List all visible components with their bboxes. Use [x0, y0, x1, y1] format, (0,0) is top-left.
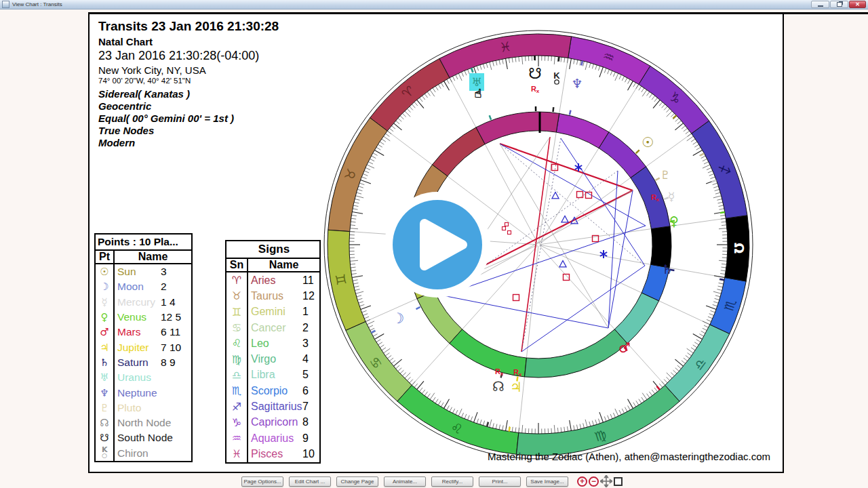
trine-aspect-icon [552, 192, 559, 199]
signs-table-header: Sn Name [226, 259, 319, 272]
leo-glyph-icon: ♌ [226, 336, 248, 351]
signs-row-scorpio: ♏Scorpio6 [226, 383, 319, 399]
fit-view-button[interactable] [614, 477, 623, 486]
wheel-inner-sign-virgo [525, 329, 628, 378]
wheel-planet-moon[interactable]: ☽ [392, 310, 405, 327]
square-aspect-icon [505, 223, 509, 226]
restore-icon [837, 2, 842, 7]
signs-row-aries: ♈Aries11 [226, 272, 319, 288]
points-name-label: Mercury [117, 296, 161, 308]
aries-glyph-icon: ♈ [226, 272, 248, 288]
cancer-glyph-icon: ♋ [226, 320, 248, 336]
wheel-planet-pluto[interactable]: ♇ [660, 168, 670, 182]
square-aspect-icon [508, 231, 511, 235]
wheel-planet-sun[interactable]: ☉ [642, 134, 654, 150]
save-image-button[interactable]: Save Image... [526, 476, 568, 487]
signs-table-title: Signs [226, 241, 319, 259]
signs-number: 5 [302, 369, 309, 381]
wheel-planet-north-node[interactable]: ☊ [492, 378, 505, 394]
venus-glyph-icon: ♀ [96, 310, 115, 325]
points-row-neptune: ♆Neptune [96, 385, 191, 400]
points-name-label: Venus [117, 311, 161, 323]
page-options-button[interactable]: Page Options... [241, 476, 283, 487]
svg-text:x: x [656, 197, 660, 203]
print-button[interactable]: Print... [479, 476, 521, 487]
signs-table: Signs Sn Name ♈Aries11♉Taurus12♊Gemini1♋… [225, 240, 321, 464]
house-cusp-line [519, 246, 538, 432]
animate-button[interactable]: Animate... [384, 476, 426, 487]
signs-row-capricorn: ♑Capricorn8 [226, 415, 319, 430]
signs-number: 4 [302, 353, 309, 365]
uranus-glyph-icon: ♅ [96, 370, 115, 385]
taurus-glyph-icon: ♉ [226, 288, 248, 304]
window-app-icon [2, 1, 9, 8]
restore-button[interactable] [830, 1, 848, 8]
points-row-south-node: ☋South Node [96, 430, 191, 445]
points-number: 8 9 [161, 357, 176, 369]
points-table-header: Pt Name [96, 251, 191, 264]
wheel-inner-sign-aries [432, 127, 485, 176]
signs-number: 10 [302, 448, 315, 460]
pluto-glyph-icon: ♇ [96, 401, 115, 415]
signs-col-sn: Sn [226, 259, 248, 271]
points-name-label: Jupiter [117, 342, 161, 354]
points-row-saturn: ♄Saturn8 9 [96, 355, 191, 370]
signs-name-label: Virgo [251, 353, 302, 365]
points-name-label: Mars [117, 326, 161, 338]
page-top-border [88, 12, 868, 14]
points-row-uranus: ♅Uranus [96, 370, 191, 385]
points-row-moon: ☽Moon2 [96, 279, 191, 294]
trine-aspect-icon [559, 261, 566, 267]
window-title-bar: View Chart : Transits [0, 0, 868, 9]
gemini-glyph-icon: ♊ [226, 304, 248, 320]
signs-number: 1 [302, 306, 309, 318]
pan-button[interactable] [600, 475, 612, 487]
wheel-planet-jupiter[interactable]: ♃ [510, 379, 522, 395]
house-cusp-line [540, 245, 710, 325]
south-node-glyph-icon: ☋ [96, 430, 115, 445]
signs-number: 11 [302, 274, 314, 287]
points-table: Points : 10 Pla... Pt Name ☉Sun3☽Moon2☿M… [94, 233, 193, 462]
virgo-glyph-icon: ♍ [226, 351, 248, 367]
points-name-label: Neptune [117, 387, 161, 399]
north-node-glyph-icon: ☊ [96, 415, 115, 430]
points-name-label: Moon [117, 281, 161, 293]
signs-number: 8 [302, 416, 309, 428]
wheel-planet-mars[interactable]: ♂ [618, 340, 631, 356]
points-name-label: Sun [117, 266, 161, 278]
square-aspect-icon [502, 227, 506, 230]
signs-name-label: Aquarius [251, 432, 302, 445]
aquarius-glyph-icon: ♒ [226, 430, 248, 446]
rectify-button[interactable]: Rectify... [431, 476, 473, 487]
edit-chart-button[interactable]: Edit Chart ... [289, 476, 331, 487]
signs-name-label: Gemini [251, 306, 302, 318]
wheel-planet-south-node[interactable]: ☋ [528, 65, 542, 82]
minimize-button[interactable] [811, 1, 829, 8]
signs-number: 3 [302, 338, 309, 350]
signs-number: 6 [302, 385, 309, 397]
change-page-button[interactable]: Change Page [336, 476, 378, 487]
wheel-planet-neptune[interactable]: ♆ [571, 76, 583, 91]
signs-name-label: Scorpio [251, 385, 302, 397]
wheel-planet-mercury[interactable]: ☿ [668, 190, 675, 203]
wheel-sign-glyph-pisces: ♓ [498, 39, 512, 56]
bottom-toolbar: Page Options...Edit Chart ...Change Page… [241, 475, 623, 487]
points-name-label: Chiron [117, 447, 161, 460]
close-button[interactable]: ✕ [849, 1, 866, 8]
wheel-planet-chiron[interactable]: K [553, 70, 560, 81]
wheel-planet-venus[interactable]: ♀ [669, 214, 679, 228]
signs-number: 2 [302, 322, 309, 334]
wheel-sign-glyph-ophiuchus: ℧ [732, 243, 747, 254]
video-play-button[interactable] [380, 187, 495, 302]
wheel-inner-sign-capricorn [599, 132, 646, 178]
house-cusp-line [538, 58, 568, 243]
signs-row-gemini: ♊Gemini1 [226, 304, 319, 320]
wheel-planet-saturn[interactable]: ♄ [661, 262, 673, 277]
points-row-jupiter: ♃Jupiter7 10 [96, 340, 191, 354]
points-number: 3 [161, 266, 167, 278]
zoom-in-button[interactable]: + [577, 476, 587, 487]
signs-name-label: Sagittarius [251, 401, 302, 413]
svg-text:x: x [536, 88, 540, 94]
points-name-label: Pluto [117, 402, 161, 414]
zoom-out-button[interactable]: − [589, 476, 599, 487]
